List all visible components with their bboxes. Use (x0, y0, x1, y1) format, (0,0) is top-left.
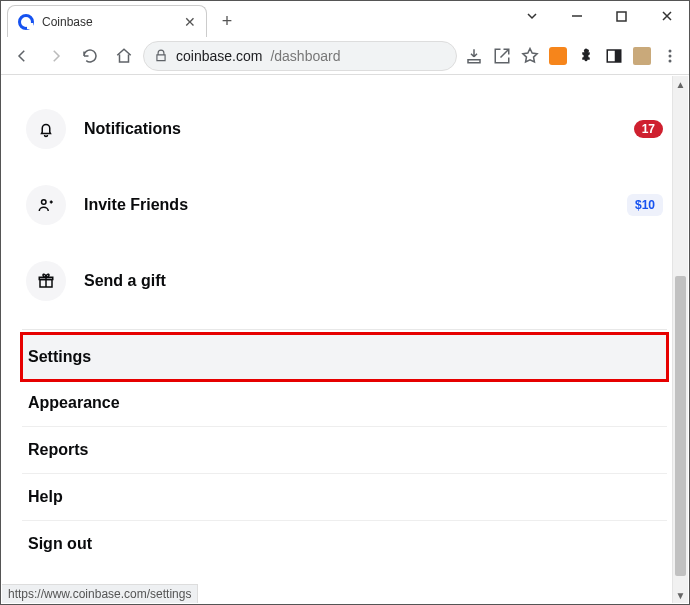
tab-title: Coinbase (42, 15, 176, 29)
metamask-extension-icon[interactable] (545, 43, 571, 69)
window-minimize-button[interactable] (554, 1, 599, 31)
gift-icon (26, 261, 66, 301)
section-settings[interactable]: Settings (22, 334, 667, 380)
url-bar[interactable]: coinbase.com/dashboard (143, 41, 457, 71)
menu-notifications[interactable]: Notifications 17 (22, 91, 667, 167)
svg-point-6 (669, 59, 672, 62)
side-panel-icon[interactable] (601, 43, 627, 69)
svg-rect-1 (617, 12, 626, 21)
svg-point-5 (669, 54, 672, 57)
section-settings-label: Settings (28, 348, 91, 365)
share-icon[interactable] (489, 43, 515, 69)
url-path: /dashboard (270, 48, 340, 64)
menu-invite-friends[interactable]: Invite Friends $10 (22, 167, 667, 243)
scroll-up-button[interactable]: ▲ (673, 76, 688, 92)
install-icon[interactable] (461, 43, 487, 69)
section-signout[interactable]: Sign out (22, 521, 667, 567)
section-reports[interactable]: Reports (22, 427, 667, 474)
scrollbar[interactable]: ▲ ▼ (672, 76, 688, 603)
nav-back-button[interactable] (7, 41, 37, 71)
scroll-down-button[interactable]: ▼ (673, 587, 688, 603)
section-reports-label: Reports (28, 441, 88, 458)
window-maximize-button[interactable] (599, 1, 644, 31)
svg-point-7 (42, 200, 47, 205)
window-dropdown-icon[interactable] (509, 1, 554, 31)
browser-toolbar: coinbase.com/dashboard (1, 37, 689, 75)
svg-rect-3 (615, 50, 621, 62)
svg-point-4 (669, 49, 672, 52)
page-viewport: Notifications 17 Invite Friends $10 Send… (2, 76, 688, 603)
page-content: Notifications 17 Invite Friends $10 Send… (2, 76, 672, 603)
nav-home-button[interactable] (109, 41, 139, 71)
notifications-badge: 17 (634, 120, 663, 138)
section-signout-label: Sign out (28, 535, 92, 552)
scroll-thumb[interactable] (675, 276, 686, 576)
section-help-label: Help (28, 488, 63, 505)
invite-icon (26, 185, 66, 225)
window-close-button[interactable] (644, 1, 689, 31)
new-tab-button[interactable]: + (213, 7, 241, 35)
section-divider (22, 329, 667, 330)
nav-forward-button[interactable] (41, 41, 71, 71)
section-appearance-label: Appearance (28, 394, 120, 411)
window-titlebar: Coinbase ✕ + (1, 1, 689, 37)
menu-send-gift[interactable]: Send a gift (22, 243, 667, 319)
menu-notifications-label: Notifications (84, 120, 616, 138)
profile-avatar-icon[interactable] (629, 43, 655, 69)
url-host: coinbase.com (176, 48, 262, 64)
extensions-puzzle-icon[interactable] (573, 43, 599, 69)
menu-invite-label: Invite Friends (84, 196, 609, 214)
section-appearance[interactable]: Appearance (22, 380, 667, 427)
invite-reward-badge: $10 (627, 194, 663, 216)
status-bar: https://www.coinbase.com/settings (2, 584, 198, 603)
nav-reload-button[interactable] (75, 41, 105, 71)
coinbase-favicon (18, 14, 34, 30)
chrome-menu-icon[interactable] (657, 43, 683, 69)
menu-gift-label: Send a gift (84, 272, 663, 290)
toolbar-right (461, 43, 683, 69)
bell-icon (26, 109, 66, 149)
lock-icon (154, 49, 168, 63)
tab-close-icon[interactable]: ✕ (184, 14, 196, 30)
bookmark-star-icon[interactable] (517, 43, 543, 69)
section-help[interactable]: Help (22, 474, 667, 521)
browser-tab[interactable]: Coinbase ✕ (7, 5, 207, 37)
status-link-text: https://www.coinbase.com/settings (8, 587, 191, 601)
window-controls (509, 1, 689, 31)
